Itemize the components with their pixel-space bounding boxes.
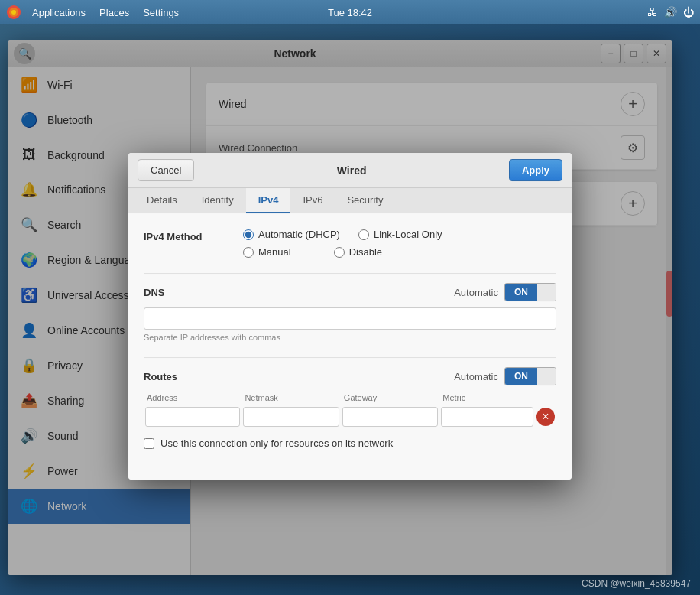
desktop: 🔍 Network − □ ✕ 📶 Wi-Fi 🔵 Bluetooth — [0, 24, 700, 595]
connection-only-checkbox[interactable] — [144, 438, 154, 449]
apply-button[interactable]: Apply — [509, 159, 562, 181]
dns-toggle[interactable]: ON — [504, 283, 556, 301]
dialog-actions-right: Apply — [509, 159, 562, 181]
radio-auto-dhcp-label: Automatic (DHCP) — [258, 229, 340, 240]
ipv4-method-label: IPv4 Method — [144, 229, 228, 242]
radio-link-local[interactable]: Link-Local Only — [358, 229, 442, 240]
dialog-actions-left: Cancel — [138, 159, 194, 181]
distro-logo — [6, 5, 21, 20]
routes-toggle[interactable]: ON — [504, 367, 556, 385]
divider-1 — [144, 273, 556, 274]
col-netmask: Netmask — [241, 392, 340, 405]
radio-link-local-input[interactable] — [358, 229, 369, 240]
applications-menu[interactable]: Applications — [26, 5, 92, 20]
radio-auto-dhcp[interactable]: Automatic (DHCP) — [243, 229, 340, 240]
wired-dialog: Cancel Wired Apply Details Identity IPv4… — [128, 153, 572, 480]
volume-icon[interactable]: 🔊 — [664, 6, 677, 18]
dns-toggle-off[interactable] — [537, 284, 556, 301]
routes-table: Address Netmask Gateway Metric — [144, 392, 556, 428]
routes-label: Routes — [144, 371, 177, 382]
radio-disable-input[interactable] — [334, 247, 345, 258]
divider-2 — [144, 357, 556, 358]
routes-toggle-on[interactable]: ON — [505, 368, 537, 385]
dns-header: DNS Automatic ON — [144, 283, 556, 301]
tab-details[interactable]: Details — [134, 188, 190, 213]
ipv4-method-section: IPv4 Method Automatic (DHCP) Link-Local … — [144, 229, 556, 258]
tab-ipv6[interactable]: IPv6 — [290, 188, 335, 213]
tab-identity[interactable]: Identity — [190, 188, 246, 213]
remove-route-button[interactable]: × — [536, 408, 555, 426]
radio-disable[interactable]: Disable — [334, 246, 382, 258]
tab-ipv4[interactable]: IPv4 — [246, 188, 291, 213]
dialog-body: IPv4 Method Automatic (DHCP) Link-Local … — [128, 213, 572, 480]
col-address: Address — [144, 392, 241, 405]
cancel-button[interactable]: Cancel — [138, 159, 194, 181]
dns-hint: Separate IP addresses with commas — [144, 333, 556, 342]
dns-input[interactable] — [144, 307, 556, 330]
radio-row-1: Automatic (DHCP) Link-Local Only — [243, 229, 442, 240]
dialog-tabs: Details Identity IPv4 IPv6 Security — [128, 188, 572, 213]
taskbar-left: Applications Places Settings — [6, 5, 185, 20]
dns-label: DNS — [144, 287, 164, 298]
routes-header: Routes Automatic ON — [144, 367, 556, 385]
ipv4-method-options: Automatic (DHCP) Link-Local Only Manual — [243, 229, 442, 258]
dialog-titlebar: Cancel Wired Apply — [128, 153, 572, 188]
routes-toggle-off[interactable] — [537, 368, 556, 385]
col-metric: Metric — [439, 392, 535, 405]
dns-toggle-group: Automatic ON — [454, 283, 556, 301]
dns-section: DNS Automatic ON Separate IP addresses w… — [144, 283, 556, 342]
network-icon[interactable]: 🖧 — [647, 6, 658, 18]
dns-automatic-label: Automatic — [454, 287, 498, 298]
radio-disable-label: Disable — [349, 246, 382, 258]
places-menu[interactable]: Places — [93, 5, 135, 20]
routes-toggle-group: Automatic ON — [454, 367, 556, 385]
settings-menu[interactable]: Settings — [137, 5, 185, 20]
radio-manual-label: Manual — [258, 246, 291, 258]
radio-manual[interactable]: Manual — [243, 246, 291, 258]
tab-security[interactable]: Security — [335, 188, 395, 213]
watermark: CSDN @weixin_45839547 — [582, 578, 691, 589]
routes-section: Routes Automatic ON Address Netmask — [144, 367, 556, 449]
route-address-input[interactable] — [145, 407, 240, 427]
table-row: × — [144, 405, 556, 428]
dns-toggle-on[interactable]: ON — [505, 284, 537, 301]
route-metric-input[interactable] — [441, 407, 533, 427]
radio-manual-input[interactable] — [243, 247, 254, 258]
col-gateway: Gateway — [341, 392, 439, 405]
checkbox-label: Use this connection only for resources o… — [160, 437, 393, 449]
taskbar: Applications Places Settings Tue 18:42 🖧… — [0, 0, 700, 24]
taskbar-right: 🖧 🔊 ⏻ — [647, 6, 694, 18]
route-gateway-input[interactable] — [342, 407, 438, 427]
checkbox-row: Use this connection only for resources o… — [144, 437, 556, 449]
dialog-title: Wired — [337, 164, 367, 177]
radio-row-2: Manual Disable — [243, 246, 442, 258]
radio-link-local-label: Link-Local Only — [374, 229, 442, 240]
taskbar-clock: Tue 18:42 — [328, 7, 372, 18]
power-icon[interactable]: ⏻ — [683, 6, 694, 18]
svg-point-2 — [11, 10, 16, 15]
radio-auto-dhcp-input[interactable] — [243, 229, 254, 240]
routes-automatic-label: Automatic — [454, 371, 498, 382]
route-netmask-input[interactable] — [243, 407, 339, 427]
